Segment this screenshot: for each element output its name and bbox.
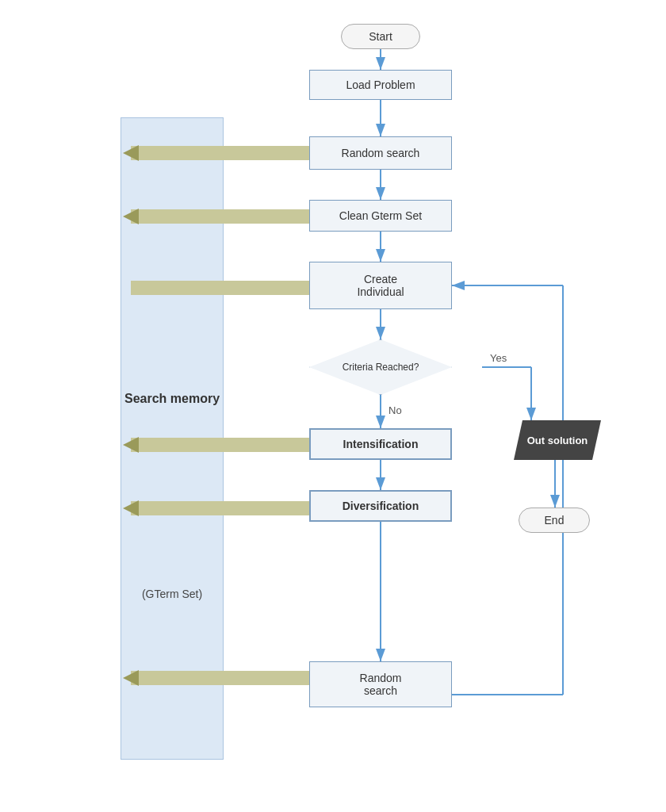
clean-gterm-node: Clean Gterm Set: [309, 200, 452, 232]
intensification-node: Intensification: [309, 428, 452, 460]
svg-text:Yes: Yes: [490, 352, 507, 364]
end-node: End: [519, 508, 590, 533]
criteria-reached-node: Criteria Reached?: [309, 339, 452, 395]
random-search-2-node: Random search: [309, 661, 452, 707]
load-problem-node: Load Problem: [309, 70, 452, 100]
svg-text:No: No: [388, 404, 402, 416]
random-search-1-node: Random search: [309, 136, 452, 170]
search-memory-label: Search memory: [124, 390, 220, 408]
start-node: Start: [341, 24, 420, 49]
create-individual-node: Create Individual: [309, 262, 452, 309]
diversification-node: Diversification: [309, 490, 452, 522]
flowchart-diagram: Search memory (GTerm Set): [0, 0, 666, 812]
out-solution-node: Out solution: [514, 420, 601, 460]
gterm-set-label: (GTerm Set): [121, 588, 223, 600]
